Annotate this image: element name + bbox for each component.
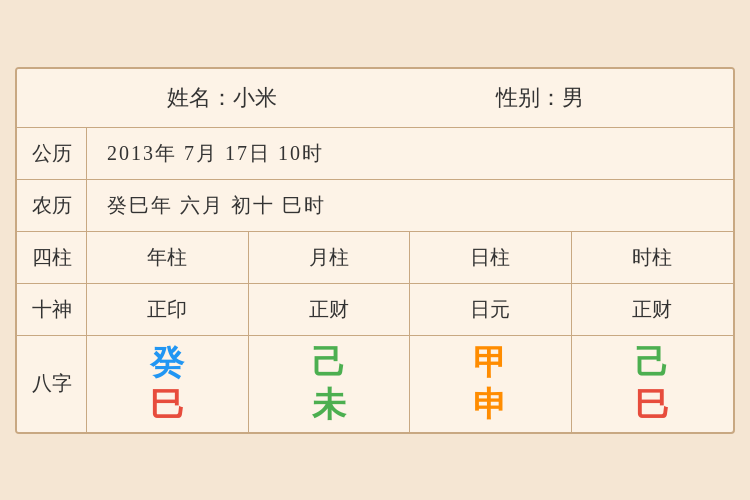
main-card: 姓名：小米 性别：男 公历 2013年 7月 17日 10时 农历 癸巳年 六月… [15, 67, 735, 434]
header-row: 姓名：小米 性别：男 [17, 69, 733, 128]
bazhi-bottom-2: 申 [473, 388, 507, 422]
column-cell-3: 时柱 [572, 232, 734, 283]
bazhi-row: 八字 癸 巳 己 未 甲 申 己 巳 [17, 336, 733, 432]
bazhi-bottom-1: 未 [312, 388, 346, 422]
shishen-row: 十神 正印 正财 日元 正财 [17, 284, 733, 336]
bazhi-cell-2: 甲 申 [410, 336, 572, 432]
bazhi-cell-0: 癸 巳 [87, 336, 249, 432]
bazhi-label: 八字 [17, 336, 87, 432]
lunar-value: 癸巳年 六月 初十 巳时 [87, 180, 733, 231]
shishen-cells: 正印 正财 日元 正财 [87, 284, 733, 335]
lunar-row: 农历 癸巳年 六月 初十 巳时 [17, 180, 733, 232]
column-cell-1: 月柱 [249, 232, 411, 283]
shishen-cell-3: 正财 [572, 284, 734, 335]
name-label: 姓名：小米 [167, 83, 277, 113]
columns-row: 四柱 年柱 月柱 日柱 时柱 [17, 232, 733, 284]
bazhi-cell-1: 己 未 [249, 336, 411, 432]
bazhi-bottom-0: 巳 [150, 388, 184, 422]
solar-row: 公历 2013年 7月 17日 10时 [17, 128, 733, 180]
columns-cells: 年柱 月柱 日柱 时柱 [87, 232, 733, 283]
gender-label: 性别：男 [496, 83, 584, 113]
shishen-cell-2: 日元 [410, 284, 572, 335]
lunar-label: 农历 [17, 180, 87, 231]
columns-label: 四柱 [17, 232, 87, 283]
bazhi-cells: 癸 巳 己 未 甲 申 己 巳 [87, 336, 733, 432]
column-cell-2: 日柱 [410, 232, 572, 283]
shishen-label: 十神 [17, 284, 87, 335]
bazhi-bottom-3: 巳 [635, 388, 669, 422]
bazhi-top-3: 己 [635, 346, 669, 380]
bazhi-top-1: 己 [312, 346, 346, 380]
bazhi-cell-3: 己 巳 [572, 336, 734, 432]
bazhi-top-0: 癸 [150, 346, 184, 380]
shishen-cell-1: 正财 [249, 284, 411, 335]
solar-value: 2013年 7月 17日 10时 [87, 128, 733, 179]
bazhi-top-2: 甲 [473, 346, 507, 380]
solar-label: 公历 [17, 128, 87, 179]
shishen-cell-0: 正印 [87, 284, 249, 335]
column-cell-0: 年柱 [87, 232, 249, 283]
